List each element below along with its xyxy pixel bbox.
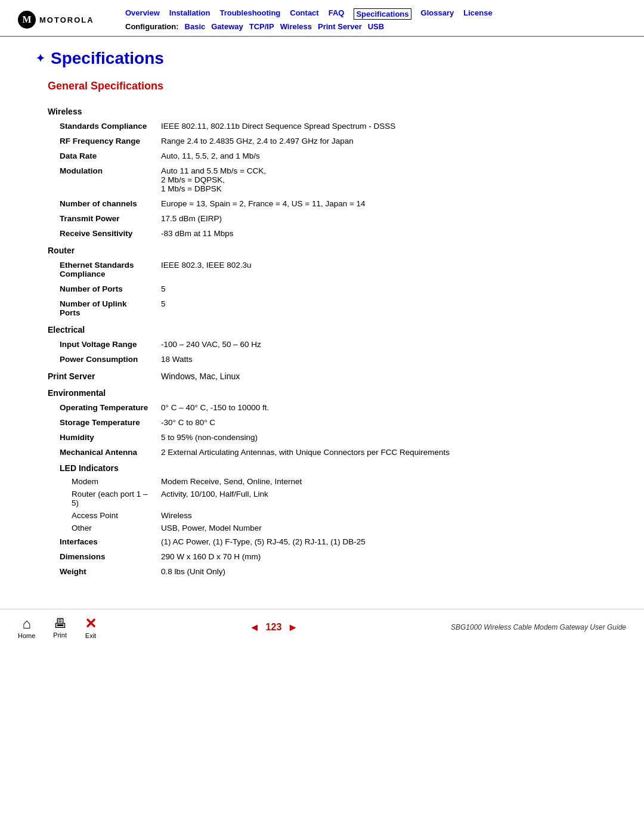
spec-value: 5	[155, 281, 614, 296]
spec-storage-temp: Storage Temperature -30° C to 80° C	[36, 415, 614, 430]
spec-value: Auto 11 and 5.5 Mb/s = CCK,2 Mb/s = DQPS…	[155, 163, 614, 196]
spec-data-rate: Data Rate Auto, 11, 5.5, 2, and 1 Mb/s	[36, 148, 614, 163]
spec-label: Mechanical Antenna	[36, 445, 155, 460]
spec-label: Storage Temperature	[36, 415, 155, 430]
spec-input-voltage: Input Voltage Range -100 – 240 VAC, 50 –…	[36, 337, 614, 352]
spec-label: Humidity	[36, 430, 155, 445]
led-ap-label: Access Point	[36, 509, 155, 522]
led-modem-label: Modem	[36, 475, 155, 488]
spec-label: Transmit Power	[36, 211, 155, 226]
prev-page-button[interactable]: ◄	[249, 621, 260, 634]
spec-value: 5 to 95% (non-condensing)	[155, 430, 614, 445]
home-label: Home	[18, 632, 35, 639]
category-router-label: Router	[36, 241, 614, 258]
exit-label: Exit	[85, 632, 96, 639]
spec-operating-temp: Operating Temperature 0° C – 40° C, -150…	[36, 400, 614, 415]
logo-area: M MOTOROLA	[18, 8, 113, 29]
nav-specifications[interactable]: Specifications	[354, 8, 411, 20]
motorola-m-icon: M	[22, 14, 31, 25]
led-modem-value: Modem Receive, Send, Online, Internet	[155, 475, 614, 488]
spec-value: Auto, 11, 5.5, 2, and 1 Mb/s	[155, 148, 614, 163]
led-access-point: Access Point Wireless	[36, 509, 614, 522]
led-other: Other USB, Power, Model Number	[36, 522, 614, 534]
spec-label: Data Rate	[36, 148, 155, 163]
nav-wireless[interactable]: Wireless	[280, 22, 312, 31]
spec-label: Weight	[36, 564, 155, 579]
print-server-value: Windows, Mac, Linux	[155, 367, 614, 383]
spec-value: 5	[155, 296, 614, 320]
led-router-label: Router (each port 1 – 5)	[36, 488, 155, 509]
motorola-wordmark: MOTOROLA	[39, 16, 94, 24]
spec-channels: Number of channels Europe = 13, Spain = …	[36, 196, 614, 211]
category-wireless-label: Wireless	[36, 102, 614, 119]
spec-label: Modulation	[36, 163, 155, 196]
page-number: 123	[266, 622, 282, 633]
nav-bottom: Configuration: Basic Gateway TCP/IP Wire…	[125, 22, 626, 31]
spec-value: IEEE 802.11, 802.11b Direct Sequence Spr…	[155, 119, 614, 134]
spec-value: IEEE 802.3, IEEE 802.3u	[155, 258, 614, 281]
spec-power-consumption: Power Consumption 18 Watts	[36, 352, 614, 367]
spec-ethernet-standards: Ethernet StandardsCompliance IEEE 802.3,…	[36, 258, 614, 281]
category-print-server-label: Print Server	[36, 367, 155, 383]
nav-glossary[interactable]: Glossary	[421, 8, 454, 20]
spec-label: Receive Sensitivity	[36, 226, 155, 241]
home-button[interactable]: ⌂ Home	[18, 615, 35, 639]
spec-num-ports: Number of Ports 5	[36, 281, 614, 296]
category-led: LED Indicators	[36, 460, 614, 475]
spec-value: 0.8 lbs (Unit Only)	[155, 564, 614, 579]
led-router-value: Activity, 10/100, Half/Full, Link	[155, 488, 614, 509]
nav-overview[interactable]: Overview	[125, 8, 160, 20]
nav-basic[interactable]: Basic	[185, 22, 206, 31]
page-header: M MOTOROLA Overview Installation Trouble…	[0, 0, 644, 37]
nav-license[interactable]: License	[463, 8, 492, 20]
home-icon: ⌂	[22, 615, 31, 632]
page-footer: ⌂ Home 🖶 Print ✕ Exit ◄ 123 ► SBG1000 Wi…	[0, 609, 644, 645]
spec-weight: Weight 0.8 lbs (Unit Only)	[36, 564, 614, 579]
page-content: ✦ Specifications General Specifications …	[0, 37, 644, 597]
page-title: ✦ Specifications	[36, 49, 614, 68]
spec-value: Range 2.4 to 2.4835 GHz, 2.4 to 2.497 GH…	[155, 134, 614, 148]
nav-gateway[interactable]: Gateway	[211, 22, 243, 31]
category-electrical-label: Electrical	[36, 320, 614, 337]
print-button[interactable]: 🖶 Print	[53, 616, 67, 639]
spec-interfaces: Interfaces (1) AC Power, (1) F-Type, (5)…	[36, 534, 614, 549]
spec-value: 2 External Articulating Antennas, with U…	[155, 445, 614, 460]
nav-tcpip[interactable]: TCP/IP	[249, 22, 274, 31]
spec-transmit-power: Transmit Power 17.5 dBm (EIRP)	[36, 211, 614, 226]
nav-troubleshooting[interactable]: Troubleshooting	[219, 8, 280, 20]
spec-label: Ethernet StandardsCompliance	[36, 258, 155, 281]
spec-label: Standards Compliance	[36, 119, 155, 134]
nav-installation[interactable]: Installation	[169, 8, 210, 20]
spec-value: Europe = 13, Spain = 2, France = 4, US =…	[155, 196, 614, 211]
section-title: General Specifications	[36, 80, 614, 92]
footer-pagination: ◄ 123 ►	[97, 621, 451, 634]
spec-label: Dimensions	[36, 549, 155, 564]
motorola-circle-icon: M	[18, 11, 36, 29]
nav-print-server[interactable]: Print Server	[318, 22, 362, 31]
nav-top: Overview Installation Troubleshooting Co…	[125, 8, 626, 20]
spec-label: Number of Uplink Ports	[36, 296, 155, 320]
spec-value: 17.5 dBm (EIRP)	[155, 211, 614, 226]
led-router: Router (each port 1 – 5) Activity, 10/10…	[36, 488, 614, 509]
spec-receive-sensitivity: Receive Sensitivity -83 dBm at 11 Mbps	[36, 226, 614, 241]
spec-value: -83 dBm at 11 Mbps	[155, 226, 614, 241]
nav-faq[interactable]: FAQ	[329, 8, 345, 20]
spec-standards-compliance: Standards Compliance IEEE 802.11, 802.11…	[36, 119, 614, 134]
nav-area: Overview Installation Troubleshooting Co…	[113, 8, 626, 31]
print-icon: 🖶	[54, 616, 67, 631]
nav-usb[interactable]: USB	[368, 22, 384, 31]
category-router: Router	[36, 241, 614, 258]
led-other-value: USB, Power, Model Number	[155, 522, 614, 534]
spec-label: Number of channels	[36, 196, 155, 211]
next-page-button[interactable]: ►	[287, 621, 298, 634]
spec-label: RF Frequency Range	[36, 134, 155, 148]
category-led-label: LED Indicators	[36, 460, 614, 475]
spec-label: Interfaces	[36, 534, 155, 549]
spec-label: Input Voltage Range	[36, 337, 155, 352]
category-print-server: Print Server Windows, Mac, Linux	[36, 367, 614, 383]
spec-modulation: Modulation Auto 11 and 5.5 Mb/s = CCK,2 …	[36, 163, 614, 196]
nav-contact[interactable]: Contact	[290, 8, 318, 20]
footer-guide-title: SBG1000 Wireless Cable Modem Gateway Use…	[451, 623, 626, 631]
exit-button[interactable]: ✕ Exit	[85, 615, 97, 639]
spec-mechanical-antenna: Mechanical Antenna 2 External Articulati…	[36, 445, 614, 460]
